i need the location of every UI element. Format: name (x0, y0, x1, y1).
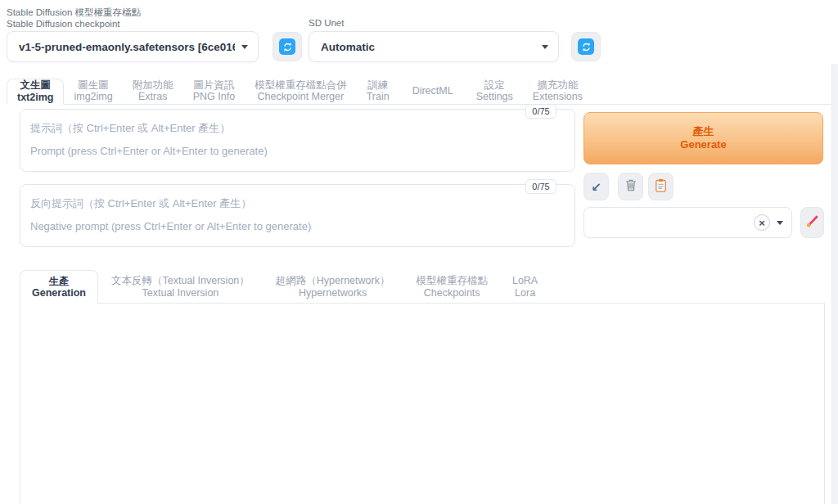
tab-extras[interactable]: 附加功能Extras (123, 79, 183, 104)
tab-settings[interactable]: 設定Settings (466, 79, 523, 104)
stable-diffusion-webui: Stable Diffusion 模型權重存檔點 Stable Diffusio… (0, 0, 838, 504)
tab-img2img[interactable]: 圖生圖img2img (64, 79, 122, 104)
clear-styles-icon[interactable]: × (754, 214, 770, 231)
checkpoint-label-zh: Stable Diffusion 模型權重存檔點 (7, 7, 141, 18)
checkpoint-select[interactable]: v1-5-pruned-emaonly.safetensors [6ce0161… (7, 31, 259, 62)
refresh-icon (279, 38, 295, 55)
checkpoint-label-en: Stable Diffusion checkpoint (7, 18, 141, 29)
sd-unet-select-value: Automatic (321, 41, 535, 53)
tab-directml[interactable]: DirectML (399, 79, 466, 104)
refresh-checkpoints-button[interactable] (273, 32, 302, 61)
chevron-down-icon (777, 221, 783, 225)
tab-txt2img[interactable]: 文生圖txt2img (7, 79, 64, 105)
tab-checkpoint-merger[interactable]: 模型權重存檔點合併Checkpoint Merger (245, 79, 357, 104)
page-scrollbar[interactable] (831, 64, 838, 504)
tab-extensions[interactable]: 擴充功能Extensions (523, 79, 592, 104)
sd-unet-select[interactable]: Automatic (309, 31, 559, 62)
styles-select[interactable]: × (583, 207, 792, 238)
tab-png-info[interactable]: 圖片資訊PNG Info (183, 79, 245, 104)
sd-unet-label: SD Unet (309, 17, 344, 29)
paintbrush-icon (805, 214, 819, 232)
tab-lora[interactable]: LoRALora (501, 270, 549, 304)
tab-hypernetworks[interactable]: 超網路（Hypernetwork）Hypernetworks (263, 270, 403, 304)
tab-train[interactable]: 訓練Train (357, 79, 399, 104)
refresh-sd-unet-button[interactable] (571, 32, 601, 61)
edit-styles-button[interactable] (800, 207, 824, 238)
down-left-arrow-icon: ↙ (591, 181, 601, 193)
refresh-icon (578, 38, 594, 55)
negative-prompt-input[interactable] (20, 184, 575, 247)
sub-tab-bar: 生產Generation 文本反轉（Textual Inversion）Text… (20, 270, 825, 304)
main-tab-bar: 文生圖txt2img 圖生圖img2img 附加功能Extras 圖片資訊PNG… (7, 79, 831, 105)
chevron-down-icon (241, 45, 248, 49)
generation-panel (20, 303, 825, 504)
trash-icon (624, 178, 638, 196)
chevron-down-icon (542, 45, 548, 49)
paste-generation-params-button[interactable]: ↙ (583, 173, 609, 200)
tab-checkpoints[interactable]: 模型權重存檔點Checkpoints (403, 270, 501, 304)
checkpoint-select-value: v1-5-pruned-emaonly.safetensors [6ce0161… (19, 41, 235, 53)
checkpoint-label: Stable Diffusion 模型權重存檔點 Stable Diffusio… (7, 7, 141, 29)
apply-styles-button[interactable] (648, 173, 674, 200)
clipboard-icon (655, 178, 667, 196)
tab-generation[interactable]: 生產Generation (20, 270, 98, 304)
negative-prompt-token-counter: 0/75 (525, 179, 556, 194)
clear-prompt-button[interactable] (618, 173, 643, 200)
prompt-input[interactable] (20, 109, 575, 172)
generate-button[interactable]: 產生 Generate (583, 112, 823, 164)
tab-textual-inversion[interactable]: 文本反轉（Textual Inversion）Textual Inversion (98, 270, 263, 304)
prompt-token-counter: 0/75 (525, 104, 556, 119)
